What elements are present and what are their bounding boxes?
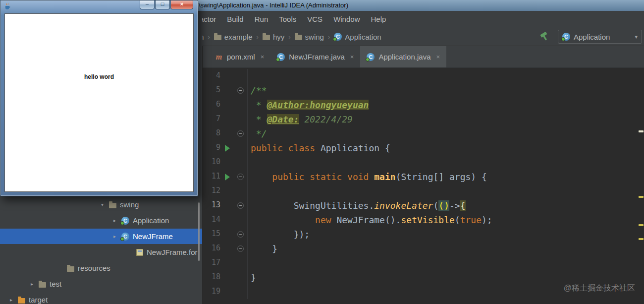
run-gutter-icon[interactable]	[225, 145, 230, 152]
tree-item-newjframe[interactable]: ▸CNewJFrame	[0, 229, 202, 244]
editor-gutter: 8−	[203, 126, 248, 141]
folder-orange-icon	[18, 298, 25, 304]
editor-line-5[interactable]: 5−/**	[203, 83, 644, 98]
tree-item-application[interactable]: ▸CApplication	[0, 213, 202, 228]
error-stripe-mark[interactable]	[639, 130, 644, 132]
watermark-text: @稀土掘金技术社区	[564, 283, 635, 294]
error-stripe-mark[interactable]	[639, 238, 644, 240]
ide-window-title: \swing\Application.java - IntelliJ IDEA …	[199, 1, 348, 9]
tab-close-icon[interactable]: ×	[261, 53, 265, 61]
tab-close-icon[interactable]: ×	[436, 53, 440, 61]
folder-icon	[67, 266, 74, 272]
editor-line-16[interactable]: 16− }	[203, 242, 644, 256]
menu-item-tools[interactable]: Tools	[273, 12, 302, 26]
editor-line-9[interactable]: 9public class Application {	[203, 141, 644, 155]
menu-item-help[interactable]: Help	[365, 12, 391, 26]
editor-line-17[interactable]: 17	[203, 256, 644, 270]
tree-collapse-arrow[interactable]: ▾	[99, 202, 106, 207]
code-text: }	[248, 272, 256, 283]
menu-item-vcs[interactable]: VCS	[302, 12, 328, 26]
tree-expand-arrow[interactable]: ▸	[111, 234, 118, 239]
tree-label: resources	[78, 264, 110, 272]
breadcrumb-application[interactable]: CApplication	[334, 33, 381, 41]
tree-item-resources[interactable]: resources	[0, 260, 202, 276]
editor-line-7[interactable]: 7 * @Date: 2022/4/29	[203, 112, 644, 126]
editor-gutter: 15−	[203, 227, 248, 242]
menu-item-run[interactable]: Run	[249, 12, 274, 26]
window-controls: – □ ×	[139, 0, 193, 9]
error-stripe-mark[interactable]	[639, 224, 644, 226]
breadcrumb-label: hyy	[273, 33, 284, 41]
menu-item-build[interactable]: Build	[221, 12, 249, 26]
fold-icon[interactable]: −	[237, 130, 244, 137]
line-number: 12	[203, 186, 220, 195]
editor-line-18[interactable]: 18}	[203, 270, 644, 285]
error-stripe-mark[interactable]	[639, 196, 644, 198]
minimize-button[interactable]: –	[140, 0, 155, 9]
folder-icon	[109, 203, 116, 208]
fold-icon[interactable]: −	[237, 231, 244, 238]
tree-item-target[interactable]: ▸target	[0, 292, 202, 304]
code-token: 2022/4/29	[299, 114, 353, 124]
editor-line-11[interactable]: 11− public static void main(String[] arg…	[203, 170, 644, 184]
breadcrumb-separator: ›	[257, 33, 259, 41]
close-button[interactable]: ×	[170, 0, 193, 9]
tab-close-icon[interactable]: ×	[350, 53, 354, 61]
line-number: 10	[203, 157, 220, 166]
tree-expand-arrow[interactable]: ▸	[8, 297, 14, 303]
fold-icon[interactable]: −	[237, 202, 244, 209]
code-text: SwingUtilities.invokeLater(()->{	[248, 200, 466, 211]
editor-line-14[interactable]: 14 new NewJFrame().setVisible(true);	[203, 213, 644, 227]
tree-item-swing[interactable]: ▾swing	[0, 197, 202, 212]
tab-application.java[interactable]: CApplication.java×	[360, 46, 446, 67]
editor-line-8[interactable]: 8− */	[203, 126, 644, 141]
line-number: 13	[203, 200, 220, 209]
breadcrumb-label: Application	[345, 33, 381, 41]
tab-pom.xml[interactable]: mpom.xml×	[209, 46, 270, 67]
breadcrumb-separator: ›	[288, 33, 290, 41]
fold-icon[interactable]: −	[237, 174, 244, 180]
tab-newjframe.java[interactable]: CNewJFrame.java×	[270, 46, 360, 67]
tree-item-test[interactable]: ▸test	[0, 276, 202, 292]
class-icon: C	[121, 233, 129, 241]
line-number: 9	[203, 143, 220, 152]
editor-gutter: 19	[203, 285, 248, 299]
code-text: public class Application {	[248, 143, 390, 153]
code-text: }	[248, 243, 277, 254]
code-token: setVisible	[401, 215, 454, 225]
editor-gutter: 6	[203, 98, 248, 112]
run-configuration-select[interactable]: C Application ▾	[558, 30, 642, 44]
editor-line-4[interactable]: 4	[203, 69, 644, 83]
editor-gutter: 10	[203, 155, 248, 170]
editor-line-10[interactable]: 10	[203, 155, 644, 170]
menu-item-window[interactable]: Window	[328, 12, 365, 26]
tree-expand-arrow[interactable]: ▸	[29, 281, 35, 287]
code-token: ()	[438, 200, 449, 211]
code-editor[interactable]: 45−/**6 * @Author:hongyueyuan7 * @Date: …	[202, 68, 644, 304]
line-number: 14	[203, 215, 220, 224]
code-token: @Author:hongyueyuan	[267, 100, 369, 110]
code-token	[251, 172, 272, 182]
editor-line-12[interactable]: 12	[203, 184, 644, 198]
breadcrumb-example[interactable]: example	[214, 33, 253, 41]
breadcrumb-label: swing	[305, 33, 324, 41]
editor-line-15[interactable]: 15− });	[203, 227, 644, 242]
editor-line-13[interactable]: 13− SwingUtilities.invokeLater(()->{	[203, 198, 644, 213]
tree-expand-arrow[interactable]: ▸	[111, 218, 118, 223]
swing-app-window[interactable]: – □ × hello word	[0, 0, 198, 196]
tab-label: pom.xml	[227, 53, 255, 61]
fold-icon[interactable]: −	[237, 87, 244, 94]
maximize-button[interactable]: □	[155, 0, 170, 9]
line-number: 11	[203, 172, 220, 181]
run-gutter-icon[interactable]	[225, 174, 230, 181]
breadcrumb-hyy[interactable]: hyy	[263, 33, 284, 41]
tree-item-newjframe-for[interactable]: NewJFrame.for	[0, 244, 202, 260]
project-scrollbar[interactable]	[198, 202, 200, 261]
code-text: public static void main(String[] args) {	[248, 172, 487, 182]
editor-line-6[interactable]: 6 * @Author:hongyueyuan	[203, 98, 644, 112]
fold-icon[interactable]: −	[237, 245, 244, 252]
build-hammer-icon[interactable]	[539, 31, 550, 42]
breadcrumb-swing[interactable]: swing	[295, 33, 324, 41]
editor-gutter: 13−	[203, 198, 248, 213]
breadcrumb-separator: ›	[208, 33, 210, 41]
